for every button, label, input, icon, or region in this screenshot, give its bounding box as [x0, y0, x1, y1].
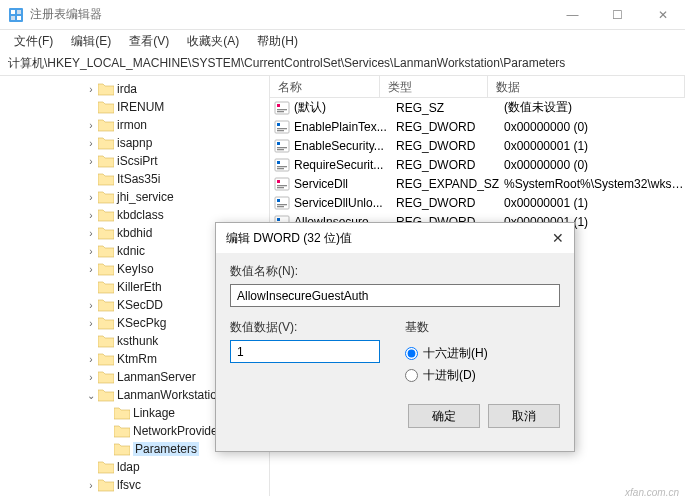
folder-icon	[98, 136, 114, 150]
list-row[interactable]: ServiceDllREG_EXPAND_SZ%SystemRoot%\Syst…	[270, 174, 685, 193]
menu-file[interactable]: 文件(F)	[6, 31, 61, 52]
cell-data: (数值未设置)	[504, 99, 685, 116]
close-button[interactable]: ✕	[640, 0, 685, 30]
cell-name: EnablePlainTex...	[294, 120, 396, 134]
address-bar[interactable]: 计算机\HKEY_LOCAL_MACHINE\SYSTEM\CurrentCon…	[0, 52, 685, 76]
folder-icon	[98, 172, 114, 186]
cell-data: 0x00000001 (1)	[504, 139, 685, 153]
reg-sz-icon	[274, 100, 290, 116]
folder-icon	[98, 388, 114, 402]
value-data-label: 数值数据(V):	[230, 319, 385, 336]
toggle-icon[interactable]: ›	[84, 318, 98, 329]
tree-label: ldap	[117, 460, 140, 474]
toggle-icon[interactable]: ›	[84, 120, 98, 131]
radio-hex[interactable]	[405, 347, 418, 360]
svg-rect-11	[277, 128, 287, 129]
list-row[interactable]: ServiceDllUnlo...REG_DWORD0x00000001 (1)	[270, 193, 685, 212]
menu-edit[interactable]: 编辑(E)	[63, 31, 119, 52]
svg-rect-16	[277, 149, 284, 150]
tree-item-itsas35i[interactable]: ItSas35i	[4, 170, 269, 188]
toggle-icon[interactable]: ›	[84, 354, 98, 365]
tree-label: isapnp	[117, 136, 152, 150]
tree-item-ldap[interactable]: ldap	[4, 458, 269, 476]
folder-icon	[98, 226, 114, 240]
svg-rect-14	[277, 142, 280, 145]
tree-item-isapnp[interactable]: ›isapnp	[4, 134, 269, 152]
value-name-label: 数值名称(N):	[230, 263, 560, 280]
maximize-button[interactable]: ☐	[595, 0, 640, 30]
list-row[interactable]: (默认)REG_SZ(数值未设置)	[270, 98, 685, 117]
toggle-icon[interactable]: ⌄	[84, 390, 98, 401]
toggle-icon[interactable]: ›	[84, 372, 98, 383]
ok-button[interactable]: 确定	[408, 404, 480, 428]
toggle-icon[interactable]: ›	[84, 192, 98, 203]
tree-item-lgbusenum[interactable]: ›LGBusEnum	[4, 494, 269, 496]
col-type[interactable]: 类型	[380, 76, 488, 97]
cell-type: REG_EXPAND_SZ	[396, 177, 504, 191]
toggle-icon[interactable]: ›	[84, 210, 98, 221]
folder-icon	[114, 424, 130, 438]
cell-type: REG_DWORD	[396, 139, 504, 153]
col-name[interactable]: 名称	[270, 76, 380, 97]
toggle-icon[interactable]: ›	[84, 228, 98, 239]
folder-icon	[98, 244, 114, 258]
list-header: 名称 类型 数据	[270, 76, 685, 98]
list-row[interactable]: RequireSecurit...REG_DWORD0x00000000 (0)	[270, 155, 685, 174]
value-name-input[interactable]	[230, 284, 560, 307]
toggle-icon[interactable]: ›	[84, 156, 98, 167]
toggle-icon[interactable]: ›	[84, 84, 98, 95]
reg-sz-icon	[274, 176, 290, 192]
svg-rect-2	[17, 10, 21, 14]
cell-name: RequireSecurit...	[294, 158, 396, 172]
svg-rect-3	[11, 16, 15, 20]
folder-icon	[98, 154, 114, 168]
value-data-input[interactable]	[230, 340, 380, 363]
toggle-icon[interactable]: ›	[84, 480, 98, 491]
folder-icon	[98, 370, 114, 384]
folder-icon	[98, 82, 114, 96]
svg-rect-10	[277, 123, 280, 126]
toggle-icon[interactable]: ›	[84, 300, 98, 311]
toggle-icon[interactable]: ›	[84, 138, 98, 149]
list-row[interactable]: EnablePlainTex...REG_DWORD0x00000000 (0)	[270, 117, 685, 136]
tree-item-irenum[interactable]: IRENUM	[4, 98, 269, 116]
svg-rect-28	[277, 206, 284, 207]
tree-item-jhi_service[interactable]: ›jhi_service	[4, 188, 269, 206]
tree-item-irmon[interactable]: ›irmon	[4, 116, 269, 134]
folder-icon	[114, 442, 130, 456]
window-title: 注册表编辑器	[30, 6, 550, 23]
reg-dw-icon	[274, 157, 290, 173]
svg-rect-7	[277, 109, 287, 110]
cancel-button[interactable]: 取消	[488, 404, 560, 428]
folder-icon	[98, 100, 114, 114]
svg-rect-24	[277, 187, 284, 188]
tree-label: kbdclass	[117, 208, 164, 222]
list-row[interactable]: EnableSecurity...REG_DWORD0x00000001 (1)	[270, 136, 685, 155]
toggle-icon[interactable]: ›	[84, 264, 98, 275]
dialog-titlebar[interactable]: 编辑 DWORD (32 位)值 ✕	[216, 223, 574, 253]
svg-rect-19	[277, 166, 287, 167]
regedit-icon	[8, 7, 24, 23]
tree-item-irda[interactable]: ›irda	[4, 80, 269, 98]
minimize-button[interactable]: —	[550, 0, 595, 30]
dialog-close-icon[interactable]: ✕	[524, 230, 564, 246]
radio-dec[interactable]	[405, 369, 418, 382]
menubar: 文件(F) 编辑(E) 查看(V) 收藏夹(A) 帮助(H)	[0, 30, 685, 52]
tree-label: Linkage	[133, 406, 175, 420]
cell-data: 0x00000000 (0)	[504, 158, 685, 172]
menu-view[interactable]: 查看(V)	[121, 31, 177, 52]
cell-name: ServiceDllUnlo...	[294, 196, 396, 210]
address-path: 计算机\HKEY_LOCAL_MACHINE\SYSTEM\CurrentCon…	[8, 55, 565, 72]
tree-label: irmon	[117, 118, 147, 132]
folder-icon	[98, 262, 114, 276]
svg-rect-12	[277, 130, 284, 131]
tree-label: kdnic	[117, 244, 145, 258]
folder-icon	[98, 460, 114, 474]
folder-icon	[98, 316, 114, 330]
toggle-icon[interactable]: ›	[84, 246, 98, 257]
tree-item-iscsiprt[interactable]: ›iScsiPrt	[4, 152, 269, 170]
menu-help[interactable]: 帮助(H)	[249, 31, 306, 52]
tree-item-lfsvc[interactable]: ›lfsvc	[4, 476, 269, 494]
menu-favorites[interactable]: 收藏夹(A)	[179, 31, 247, 52]
col-data[interactable]: 数据	[488, 76, 685, 97]
